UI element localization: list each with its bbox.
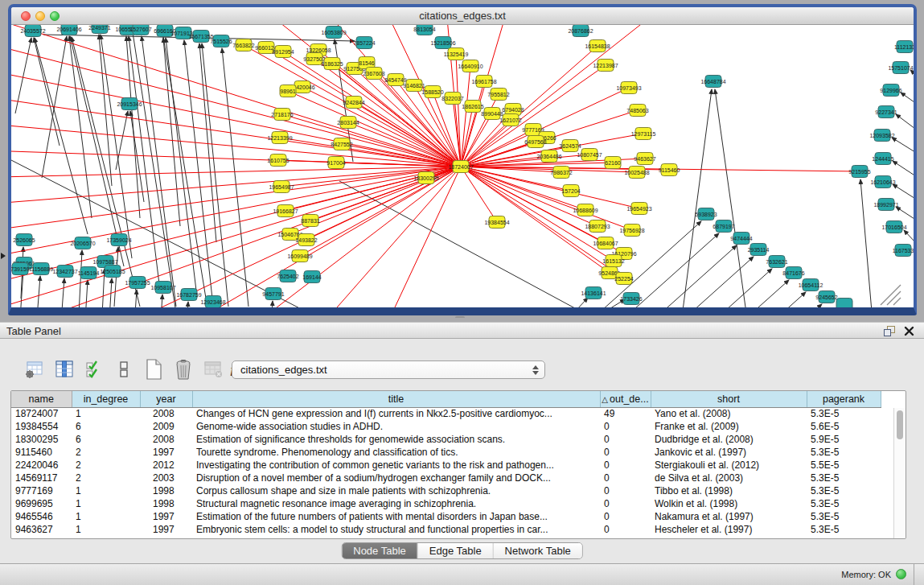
table-cell[interactable]: 6 [72, 420, 140, 433]
table-cell[interactable]: 1 [72, 523, 140, 536]
table-cell[interactable]: 9777169 [11, 484, 72, 497]
table-cell[interactable]: 5.3E-5 [807, 472, 881, 484]
column-header-name[interactable]: name [11, 391, 72, 407]
table-cell[interactable]: Estimation of significance thresholds fo… [192, 433, 600, 446]
table-cell[interactable]: 9465546 [11, 510, 72, 523]
float-panel-icon[interactable] [884, 326, 895, 336]
table-cell[interactable]: 2003 [140, 472, 192, 484]
table-cell[interactable]: Structural magnetic resonance image aver… [192, 497, 600, 510]
rows-icon[interactable] [113, 359, 134, 380]
table-cell[interactable]: Jankovic et al. (1997) [651, 446, 807, 459]
table-cell[interactable]: 1 [72, 484, 140, 497]
table-cell[interactable]: 0 [600, 472, 651, 484]
table-cell[interactable]: 1998 [140, 484, 192, 497]
table-cell[interactable]: 9699695 [11, 497, 72, 510]
show-column-icon[interactable] [54, 359, 75, 380]
table-cell[interactable]: Dudbridge et al. (2008) [651, 433, 807, 446]
network-graph[interactable]: 2403557220691406224937110655267152760769… [11, 25, 914, 307]
table-cell[interactable]: 5.3E-5 [807, 510, 881, 523]
table-cell[interactable]: 1997 [140, 523, 192, 536]
table-cell[interactable]: Investigating the contribution of common… [192, 459, 600, 472]
table-cell[interactable]: 2012 [140, 459, 192, 472]
select-rows-icon[interactable] [84, 359, 105, 380]
table-row[interactable]: 1938455462009Genome-wide association stu… [11, 420, 881, 433]
table-cell[interactable]: 5.9E-5 [807, 433, 881, 446]
table-cell[interactable]: 1 [72, 497, 140, 510]
hidden-panel-arrow-icon[interactable] [1, 253, 6, 259]
column-header-year[interactable]: year [140, 391, 192, 407]
table-row[interactable]: 1872400712008Changes of HCN gene express… [11, 407, 881, 420]
table-cell[interactable]: Franke et al. (2009) [651, 420, 807, 433]
table-row[interactable]: 946554611997Estimation of the future num… [11, 510, 881, 523]
table-cell[interactable]: Corpus callosum shape and size in male p… [192, 484, 600, 497]
table-cell[interactable]: 0 [600, 497, 651, 510]
table-cell[interactable]: Genome-wide association studies in ADHD. [192, 420, 600, 433]
table-cell[interactable]: 49 [600, 407, 651, 420]
table-row[interactable]: 977716911998Corpus callosum shape and si… [11, 484, 881, 497]
table-row[interactable]: 1456911722003Disruption of a novel membe… [11, 472, 881, 484]
table-cell[interactable]: 5.3E-5 [807, 497, 881, 510]
table-cell[interactable]: 2 [72, 459, 140, 472]
table-cell[interactable]: 2008 [140, 407, 192, 420]
delete-table-icon[interactable] [203, 359, 224, 380]
column-header-out_de[interactable]: △out_de... [600, 391, 651, 407]
tab-node-table[interactable]: Node Table [342, 543, 418, 558]
table-cell[interactable]: 1997 [140, 510, 192, 523]
table-cell[interactable]: 5.3E-5 [807, 523, 881, 536]
table-cell[interactable]: Disruption of a novel member of a sodium… [192, 472, 600, 484]
table-cell[interactable]: 2 [72, 446, 140, 459]
table-cell[interactable]: 5.3E-5 [807, 484, 881, 497]
table-cell[interactable]: 0 [600, 484, 651, 497]
window-titlebar[interactable]: citations_edges.txt [11, 7, 914, 25]
table-cell[interactable]: de Silva et al. (2003) [651, 472, 807, 484]
table-cell[interactable]: 18300295 [11, 433, 72, 446]
table-row[interactable]: 1830029562008Estimation of significance … [11, 433, 881, 446]
column-header-short[interactable]: short [651, 391, 807, 407]
table-cell[interactable]: 9463627 [11, 523, 72, 536]
column-header-in_degree[interactable]: in_degree [72, 391, 140, 407]
table-scrollbar[interactable] [893, 408, 906, 538]
table-cell[interactable]: 2009 [140, 420, 192, 433]
table-cell[interactable]: 0 [600, 510, 651, 523]
table-cell[interactable]: Changes of HCN gene expression and I(f) … [192, 407, 600, 420]
table-cell[interactable]: 22420046 [11, 459, 72, 472]
tab-network-table[interactable]: Network Table [494, 543, 582, 558]
table-scrollbar-thumb[interactable] [897, 410, 903, 439]
table-cell[interactable]: 5.5E-5 [807, 459, 881, 472]
table-cell[interactable]: 0 [600, 459, 651, 472]
table-row[interactable]: 946362711997Embryonic stem cells: a mode… [11, 523, 881, 536]
table-cell[interactable]: Estimation of the future numbers of pati… [192, 510, 600, 523]
close-panel-icon[interactable] [904, 326, 914, 336]
column-header-pagerank[interactable]: pagerank [807, 391, 881, 407]
table-cell[interactable]: Stergiakouli et al. (2012) [651, 459, 807, 472]
table-cell[interactable]: Yano et al. (2008) [651, 407, 807, 420]
table-selector-combobox[interactable]: citations_edges.txt [232, 360, 545, 379]
table-cell[interactable]: 0 [600, 446, 651, 459]
table-cell[interactable]: 9115460 [11, 446, 72, 459]
table-cell[interactable]: 0 [600, 523, 651, 536]
table-cell[interactable]: 2008 [140, 433, 192, 446]
table-cell[interactable]: 5.3E-5 [807, 446, 881, 459]
table-row[interactable]: 969969511998Structural magnetic resonanc… [11, 497, 881, 510]
column-header-title[interactable]: title [192, 391, 600, 407]
table-cell[interactable]: 1997 [140, 446, 192, 459]
splitter-handle[interactable] [455, 316, 465, 320]
table-cell[interactable]: Embryonic stem cells: a model to study s… [192, 523, 600, 536]
table-cell[interactable]: Tibbo et al. (1998) [651, 484, 807, 497]
table-cell[interactable]: 19384554 [11, 420, 72, 433]
table-row[interactable]: 911546021997Tourette syndrome. Phenomeno… [11, 446, 881, 459]
table-cell[interactable]: 2 [72, 472, 140, 484]
table-cell[interactable]: 5.3E-5 [807, 407, 881, 420]
table-cell[interactable]: Hescheler et al. (1997) [651, 523, 807, 536]
table-row[interactable]: 2242004622012Investigating the contribut… [11, 459, 881, 472]
memory-status-led-icon[interactable] [896, 569, 906, 579]
delete-icon[interactable] [173, 359, 194, 380]
table-cell[interactable]: 1 [72, 407, 140, 420]
table-cell[interactable]: 14569117 [11, 472, 72, 484]
table-cell[interactable]: 1 [72, 510, 140, 523]
table-cell[interactable]: 1998 [140, 497, 192, 510]
new-file-icon[interactable] [143, 359, 164, 380]
table-cell[interactable]: 5.6E-5 [807, 420, 881, 433]
table-cell[interactable]: Nakamura et al. (1997) [651, 510, 807, 523]
network-canvas[interactable]: 2403557220691406224937110655267152760769… [11, 25, 914, 307]
